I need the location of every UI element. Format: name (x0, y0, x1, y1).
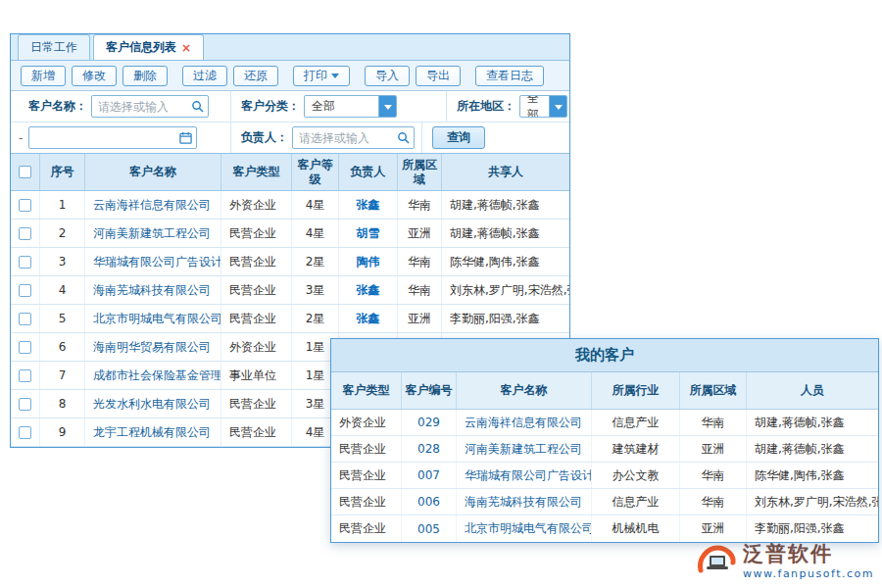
customer-name-link[interactable]: 云南海祥信息有限公司 (457, 410, 592, 435)
charge-person-link[interactable]: 胡雪 (339, 220, 398, 247)
header-shared-people[interactable]: 共享人 (442, 154, 569, 190)
customer-name-link[interactable]: 海南芜城科技有限公司 (457, 489, 592, 514)
header-staff[interactable]: 人员 (747, 372, 878, 409)
customer-code-link[interactable]: 006 (402, 489, 457, 514)
search-icon[interactable] (191, 100, 204, 113)
restore-button[interactable]: 还原 (233, 66, 278, 86)
row-checkbox[interactable] (19, 199, 31, 212)
customer-name-link[interactable]: 海南芜城科技有限公司 (85, 276, 221, 304)
table-row[interactable]: 4 海南芜城科技有限公司 民营企业 3星 张鑫 华南 刘东林,罗广明,宋浩然,张… (11, 276, 569, 305)
customer-code-link[interactable]: 029 (402, 410, 457, 435)
header-seq[interactable]: 序号 (40, 154, 85, 190)
edit-button[interactable]: 修改 (72, 66, 117, 86)
header-region[interactable]: 所属区域 (398, 154, 442, 190)
customer-type-cell: 外资企业 (331, 410, 402, 435)
search-icon[interactable] (397, 131, 410, 144)
row-checkbox[interactable] (19, 426, 31, 439)
region-cell: 华南 (680, 463, 747, 488)
calendar-icon[interactable] (179, 131, 192, 144)
table-row[interactable]: 1 云南海祥信息有限公司 外资企业 4星 张鑫 华南 胡建,蒋德帧,张鑫 (11, 191, 569, 220)
table-row[interactable]: 5 北京市明城电气有限公司 民营企业 2星 张鑫 亚洲 李勤丽,阳强,张鑫 (11, 305, 569, 333)
customer-level-cell: 3星 (292, 276, 339, 304)
customer-name-link[interactable]: 海南明华贸易有限公司 (85, 333, 221, 361)
filter-button-label: 过滤 (193, 68, 217, 84)
header-region[interactable]: 所属区域 (680, 372, 747, 409)
header-customer-type[interactable]: 客户类型 (331, 372, 402, 409)
query-button[interactable]: 查询 (432, 126, 485, 149)
charge-person-link[interactable]: 张鑫 (339, 305, 398, 332)
customer-name-link[interactable]: 龙宇工程机械有限公司 (85, 418, 221, 446)
header-customer-name[interactable]: 客户名称 (85, 154, 221, 190)
customer-name-link[interactable]: 北京市明城电气有限公司 (457, 515, 592, 542)
customer-name-link[interactable]: 光发水利水电有限公司 (85, 390, 221, 417)
new-button[interactable]: 新增 (21, 66, 66, 86)
import-button[interactable]: 导入 (365, 66, 410, 86)
toolbar: 新增 修改 删除 过滤 还原 打印 导入 导出 查看日志 (11, 61, 569, 91)
customer-category-select[interactable]: 全部 (304, 95, 397, 118)
tab-customer-list[interactable]: 客户信息列表 × (93, 34, 204, 60)
header-customer-type[interactable]: 客户类型 (221, 154, 292, 190)
row-checkbox[interactable] (19, 313, 31, 325)
customer-code-link[interactable]: 028 (402, 436, 457, 462)
select-all-checkbox[interactable] (19, 166, 31, 178)
delete-button[interactable]: 删除 (122, 66, 168, 86)
customer-name-link[interactable]: 成都市社会保险基金管理... (85, 362, 221, 389)
customer-name-link[interactable]: 华瑞城有限公司广告设计部 (457, 463, 592, 488)
charge-person-link[interactable]: 张鑫 (339, 191, 398, 219)
customer-code-link[interactable]: 005 (402, 515, 457, 542)
customer-category-filter: 客户分类： 全部 (231, 91, 447, 122)
customer-type-cell: 民营企业 (221, 305, 292, 332)
header-customer-code[interactable]: 客户编号 (402, 372, 457, 409)
customer-name-link[interactable]: 云南海祥信息有限公司 (85, 191, 221, 219)
charge-person-link[interactable]: 陶伟 (339, 248, 398, 275)
view-log-button[interactable]: 查看日志 (475, 66, 544, 86)
industry-cell: 办公文教 (592, 463, 680, 488)
my-customer-row[interactable]: 外资企业 029 云南海祥信息有限公司 信息产业 华南 胡建,蒋德帧,张鑫 (331, 410, 878, 436)
seq-cell: 5 (40, 305, 85, 332)
dropdown-arrow-icon[interactable] (549, 96, 566, 117)
header-customer-level[interactable]: 客户等级 (292, 154, 339, 190)
customer-name-link[interactable]: 华瑞城有限公司广告设计部 (85, 248, 221, 275)
my-customer-row[interactable]: 民营企业 007 华瑞城有限公司广告设计部 办公文教 华南 陈华健,陶伟,张鑫 (331, 463, 878, 489)
charge-person-input[interactable] (299, 131, 397, 145)
my-customer-row[interactable]: 民营企业 028 河南美新建筑工程公司 建筑建材 亚洲 胡建,蒋德帧,张鑫 (331, 436, 878, 463)
customer-name-link[interactable]: 北京市明城电气有限公司 (85, 305, 221, 332)
filter-button[interactable]: 过滤 (182, 66, 227, 86)
customer-type-cell: 民营企业 (221, 248, 292, 275)
header-customer-name[interactable]: 客户名称 (457, 372, 592, 409)
customer-name-link[interactable]: 河南美新建筑工程公司 (457, 436, 592, 462)
my-customer-row[interactable]: 民营企业 006 海南芜城科技有限公司 信息产业 华南 刘东林,罗广明,宋浩然,… (331, 489, 878, 515)
row-checkbox[interactable] (19, 369, 31, 382)
tab-daily-work[interactable]: 日常工作 (18, 34, 90, 60)
header-charge-person[interactable]: 负责人 (339, 154, 398, 190)
dropdown-arrow-icon[interactable] (378, 96, 396, 117)
my-customer-row[interactable]: 民营企业 005 北京市明城电气有限公司 机械机电 亚洲 李勤丽,阳强,张鑫 (331, 515, 878, 542)
row-checkbox[interactable] (19, 227, 31, 240)
table-row[interactable]: 2 河南美新建筑工程公司 民营企业 4星 胡雪 亚洲 胡建,蒋德帧,张鑫 (11, 220, 569, 248)
seq-cell: 3 (40, 248, 85, 275)
close-icon[interactable]: × (181, 42, 191, 54)
date-input[interactable] (35, 131, 179, 145)
area-filter: 所在地区： 全部 (447, 91, 569, 122)
charge-person-link[interactable]: 张鑫 (339, 276, 398, 304)
customer-type-cell: 民营企业 (331, 489, 402, 514)
vendor-brand: 泛普软件 (743, 543, 874, 565)
area-select[interactable]: 全部 (519, 95, 567, 118)
edit-button-label: 修改 (82, 68, 106, 84)
customer-code-link[interactable]: 007 (402, 463, 457, 488)
checkbox-cell (11, 305, 40, 332)
customer-name-link[interactable]: 河南美新建筑工程公司 (85, 220, 221, 247)
row-checkbox[interactable] (19, 284, 31, 297)
customer-type-cell: 民营企业 (331, 463, 402, 488)
customer-level-cell: 4星 (292, 220, 339, 247)
row-checkbox[interactable] (19, 256, 31, 269)
row-checkbox[interactable] (19, 341, 31, 354)
header-industry[interactable]: 所属行业 (592, 372, 680, 409)
print-button[interactable]: 打印 (293, 66, 350, 86)
fanpu-logo-icon (696, 544, 737, 579)
customer-name-input[interactable] (98, 100, 191, 114)
row-checkbox[interactable] (19, 398, 31, 411)
export-button[interactable]: 导出 (416, 66, 461, 86)
staff-cell: 陈华健,陶伟,张鑫 (747, 463, 878, 488)
table-row[interactable]: 3 华瑞城有限公司广告设计部 民营企业 2星 陶伟 华南 陈华健,陶伟,张鑫 (11, 248, 569, 276)
